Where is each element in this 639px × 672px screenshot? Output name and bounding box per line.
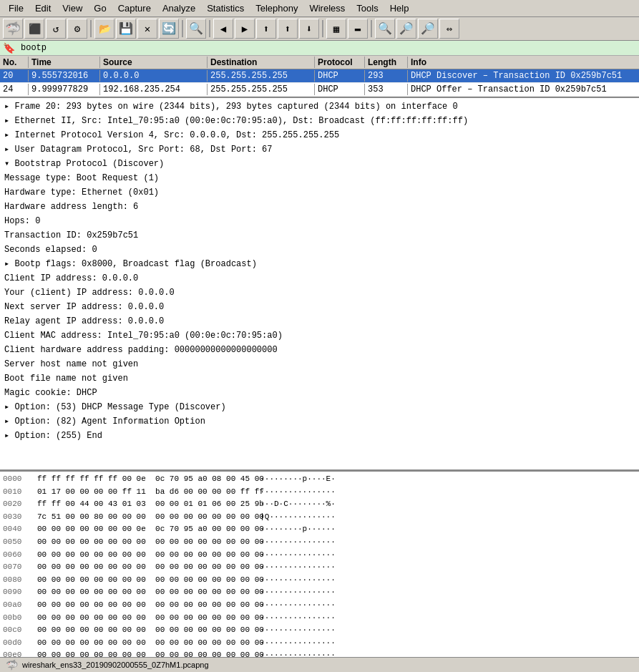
col-header-no: No.: [0, 57, 29, 68]
tree-node[interactable]: Hardware type: Ethernet (0x01): [3, 185, 636, 200]
col-header-destination: Destination: [208, 57, 315, 68]
tree-node[interactable]: Next server IP address: 0.0.0.0: [3, 300, 636, 314]
hex-bytes: 01 17 00 00 00 00 ff 11 ba d6 00 00 00 0…: [37, 486, 245, 499]
tree-node[interactable]: ▸ User Datagram Protocol, Src Port: 68, …: [3, 142, 636, 157]
separator-2: [182, 20, 183, 37]
packet-dst: 255.255.255.255: [208, 70, 315, 82]
go-back-button[interactable]: ◀: [213, 19, 233, 39]
zoom-normal-button[interactable]: 🔎: [418, 19, 438, 39]
packet-no: 20: [0, 70, 29, 82]
packet-time: 9.999977829: [29, 84, 100, 95]
tree-node[interactable]: ▸ Ethernet II, Src: Intel_70:95:a0 (00:0…: [3, 114, 636, 128]
go-down-button[interactable]: ⬇: [299, 19, 319, 39]
menu-telephony[interactable]: Telephony: [250, 1, 303, 15]
save-file-button[interactable]: 💾: [116, 19, 136, 39]
menu-view[interactable]: View: [57, 1, 88, 15]
filter-icon: 🔖: [3, 42, 15, 54]
separator-5: [371, 20, 372, 37]
packet-no: 24: [0, 84, 29, 95]
tree-node[interactable]: ▸ Option: (255) End: [3, 429, 636, 443]
toolbar: 🦈 ⬛ ↺ ⚙ 📂 💾 ✕ 🔄 🔍 ◀ ▶ ⬆ ⬆ ⬇ ▦ ▬ 🔍 🔎 🔎 ⇔: [0, 17, 639, 41]
tree-node[interactable]: Seconds elapsed: 0: [3, 243, 636, 257]
packet-info: DHCP Discover – Transaction ID 0x259b7c5…: [408, 70, 639, 82]
hex-bytes: 00 00 00 00 00 00 00 00 00 00 00 00 00 0…: [37, 574, 245, 587]
reload-file-button[interactable]: 🔄: [159, 19, 179, 39]
tree-node[interactable]: ▸ Option: (53) DHCP Message Type (Discov…: [3, 400, 636, 414]
hex-offset: 0090: [3, 586, 31, 599]
menu-statistics[interactable]: Statistics: [201, 1, 250, 15]
tree-node[interactable]: ▾ Bootstrap Protocol (Discover): [3, 157, 636, 171]
wireshark-label: wireshark_ens33_20190902000555_0Z7hM1.pc…: [22, 661, 209, 669]
hex-offset: 0050: [3, 536, 31, 549]
tree-node[interactable]: Magic cookie: DHCP: [3, 386, 636, 400]
tree-node[interactable]: Hops: 0: [3, 214, 636, 228]
hex-ascii: ·········p······: [250, 523, 336, 536]
packet-list: No. Time Source Destination Protocol Len…: [0, 56, 639, 98]
hex-offset: 00a0: [3, 599, 31, 612]
resize-columns-button[interactable]: ⇔: [439, 19, 459, 39]
hex-ascii: ················: [250, 486, 336, 499]
menu-go[interactable]: Go: [88, 1, 112, 15]
hex-row: 00c000 00 00 00 00 00 00 00 00 00 00 00 …: [3, 624, 636, 637]
shark-status-icon: 🦈: [6, 659, 18, 671]
hex-ascii: ················: [250, 637, 336, 650]
filter-input[interactable]: [18, 42, 636, 54]
tree-node[interactable]: ▸ Frame 20: 293 bytes on wire (2344 bits…: [3, 99, 636, 114]
tree-node[interactable]: ▸ Internet Protocol Version 4, Src: 0.0.…: [3, 128, 636, 142]
tree-node[interactable]: Client IP address: 0.0.0.0: [3, 271, 636, 286]
tree-node[interactable]: Your (client) IP address: 0.0.0.0: [3, 286, 636, 300]
packet-dst: 255.255.255.255: [208, 84, 315, 95]
tree-node[interactable]: Hardware address length: 6: [3, 200, 636, 214]
menu-tools[interactable]: Tools: [351, 1, 384, 15]
zoom-out-button[interactable]: 🔎: [396, 19, 416, 39]
tree-node[interactable]: ▸ Option: (82) Agent Information Option: [3, 414, 636, 429]
restart-capture-button[interactable]: ↺: [46, 19, 66, 39]
open-file-button[interactable]: 📂: [94, 19, 114, 39]
hex-offset: 0070: [3, 561, 31, 574]
hex-bytes: 00 00 00 00 00 00 00 00 00 00 00 00 00 0…: [37, 536, 245, 549]
packet-row[interactable]: 24 9.999977829 192.168.235.254 255.255.2…: [0, 83, 639, 97]
hex-bytes: 00 00 00 00 00 00 00 00 00 00 00 00 00 0…: [37, 599, 245, 612]
hex-offset: 0060: [3, 549, 31, 562]
tree-node[interactable]: Server host name not given: [3, 357, 636, 371]
menu-capture[interactable]: Capture: [112, 1, 157, 15]
hex-bytes: 00 00 00 00 00 00 00 00 00 00 00 00 00 0…: [37, 561, 245, 574]
tree-node[interactable]: Client MAC address: Intel_70:95:a0 (00:0…: [3, 328, 636, 343]
find-packet-button[interactable]: 🔍: [186, 19, 206, 39]
menu-wireless[interactable]: Wireless: [303, 1, 351, 15]
go-forward-button[interactable]: ▶: [235, 19, 255, 39]
stop-capture-button[interactable]: ⬛: [24, 19, 44, 39]
capture-options-button[interactable]: ⚙: [67, 19, 87, 39]
hex-row: 00307c 51 00 00 80 00 00 00 00 00 00 00 …: [3, 511, 636, 524]
close-file-button[interactable]: ✕: [137, 19, 157, 39]
menu-analyze[interactable]: Analyze: [157, 1, 201, 15]
go-first-button[interactable]: ⬆: [256, 19, 276, 39]
hex-row: 0020ff ff 00 44 00 43 01 03 00 00 01 01 …: [3, 498, 636, 511]
menu-file[interactable]: File: [3, 1, 29, 15]
separator-1: [90, 20, 92, 37]
col-header-length: Length: [365, 57, 408, 68]
hex-bytes: 00 00 00 00 00 00 00 00 00 00 00 00 00 0…: [37, 649, 245, 657]
tree-node[interactable]: Transaction ID: 0x259b7c51: [3, 228, 636, 243]
colorize-button[interactable]: ▦: [326, 19, 346, 39]
col-header-source: Source: [100, 57, 208, 68]
tree-node[interactable]: Boot file name not given: [3, 371, 636, 386]
tree-node[interactable]: ▸ Bootp flags: 0x8000, Broadcast flag (B…: [3, 257, 636, 271]
menu-help[interactable]: Help: [384, 1, 415, 15]
hex-ascii: ················: [250, 561, 336, 574]
packet-proto: DHCP: [315, 84, 365, 95]
zoom-in-button[interactable]: 🔍: [375, 19, 395, 39]
tree-node[interactable]: Client hardware address padding: 0000000…: [3, 343, 636, 357]
menu-edit[interactable]: Edit: [29, 1, 57, 15]
hex-ascii: ················: [250, 574, 336, 587]
hex-bytes: 00 00 00 00 00 00 00 0e 0c 70 95 a0 00 0…: [37, 523, 245, 536]
mark-button[interactable]: ▬: [348, 19, 368, 39]
packet-src: 192.168.235.254: [100, 84, 208, 95]
hex-ascii: ················: [250, 599, 336, 612]
hex-view: 0000ff ff ff ff ff ff 00 0e 0c 70 95 a0 …: [0, 471, 639, 657]
tree-node[interactable]: Relay agent IP address: 0.0.0.0: [3, 314, 636, 328]
shark-icon[interactable]: 🦈: [3, 19, 23, 39]
packet-row[interactable]: 20 9.555732016 0.0.0.0 255.255.255.255 D…: [0, 69, 639, 83]
tree-node[interactable]: Message type: Boot Request (1): [3, 171, 636, 185]
go-up-button[interactable]: ⬆: [278, 19, 298, 39]
